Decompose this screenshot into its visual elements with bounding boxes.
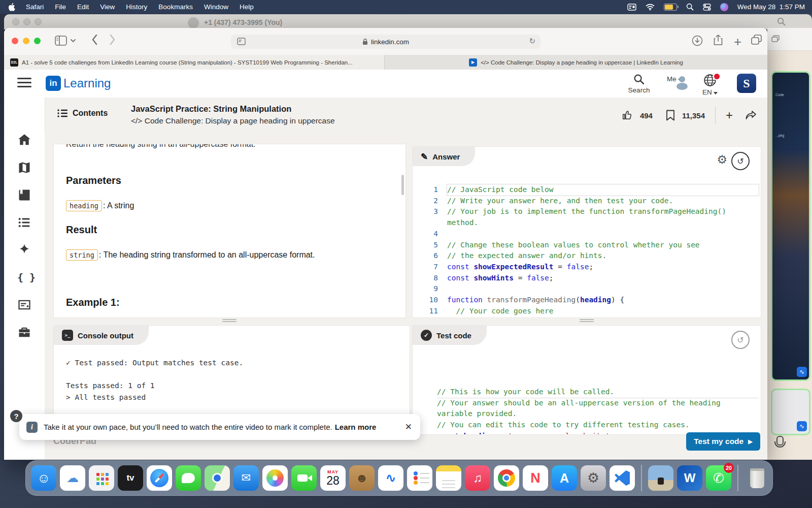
share-icon[interactable] xyxy=(713,34,723,46)
test-code-editor[interactable]: // This is how your code will be called.… xyxy=(437,387,759,435)
bookmark-icon[interactable] xyxy=(666,110,675,121)
background-search-icon xyxy=(777,17,786,26)
course-header: Contents JavaScript Practice: String Man… xyxy=(45,98,767,134)
siri-icon[interactable] xyxy=(720,3,728,11)
linkedin-learning-logo[interactable]: in Learning xyxy=(46,76,111,91)
widgets-icon[interactable] xyxy=(627,4,636,11)
answer-editor-panel[interactable]: ✎ Answer ⚙ ↺ 1// JavaScript code below2/… xyxy=(412,146,761,318)
control-center-icon[interactable] xyxy=(703,4,711,11)
hamburger-menu-icon[interactable] xyxy=(17,78,31,88)
fullscreen-window-button[interactable] xyxy=(34,38,41,44)
menu-item[interactable]: File xyxy=(49,3,72,11)
dock-reminders-icon[interactable] xyxy=(407,465,432,491)
answer-code-editor[interactable]: 1// JavaScript code below2// Write your … xyxy=(413,184,759,316)
like-icon[interactable] xyxy=(622,110,633,121)
dock-messages-icon[interactable] xyxy=(176,465,201,491)
home-icon[interactable] xyxy=(17,133,31,147)
menu-item[interactable]: Edit xyxy=(72,3,94,11)
sheridan-logo[interactable]: S xyxy=(737,74,756,93)
dock-notes-icon[interactable] xyxy=(436,465,461,491)
panel-resize-handle[interactable] xyxy=(222,319,236,323)
new-tab-icon[interactable]: + xyxy=(734,34,741,50)
dock-music-icon[interactable]: ♫ xyxy=(465,465,490,491)
close-icon[interactable]: ✕ xyxy=(405,422,412,432)
help-button[interactable]: ? xyxy=(10,410,22,422)
dock-calendar-icon[interactable]: MAY28 xyxy=(320,465,346,491)
test-code-tab[interactable]: ✓ Test code xyxy=(413,326,487,345)
test-my-code-button[interactable]: Test my code ▶ xyxy=(686,432,760,451)
certificate-icon[interactable] xyxy=(17,298,31,312)
sparkle-icon[interactable] xyxy=(17,243,31,257)
dock-safari-icon[interactable] xyxy=(147,465,172,491)
menu-item[interactable]: Bookmarks xyxy=(153,3,198,11)
dock-app-store-icon[interactable]: A xyxy=(552,465,577,491)
chat-image-thumbnail[interactable]: ∿ xyxy=(771,389,810,435)
apple-menu-icon[interactable] xyxy=(8,3,15,11)
dock-photos-icon[interactable] xyxy=(262,465,288,491)
dock-activity-monitor-icon[interactable]: ☁ xyxy=(60,465,85,491)
learn-more-link[interactable]: Learn more xyxy=(335,423,377,431)
menu-item[interactable]: Help xyxy=(234,3,259,11)
page-settings-icon[interactable] xyxy=(237,38,246,45)
back-button[interactable] xyxy=(91,34,97,45)
microphone-icon[interactable] xyxy=(776,436,784,446)
menu-item[interactable]: View xyxy=(94,3,120,11)
inactive-close-button xyxy=(12,18,19,25)
language-menu[interactable]: EN xyxy=(692,74,728,96)
dock-maps-icon[interactable] xyxy=(205,465,230,491)
dock-facetime-icon[interactable] xyxy=(291,465,317,491)
menu-item[interactable]: Safari xyxy=(20,3,49,11)
close-window-button[interactable] xyxy=(12,38,18,44)
header-search-button[interactable]: Search xyxy=(621,74,657,94)
map-icon[interactable] xyxy=(17,161,31,175)
dock-trash-icon[interactable] xyxy=(745,465,770,491)
dock-system-settings-icon[interactable]: ⚙ xyxy=(581,465,606,491)
menu-item[interactable]: Window xyxy=(198,3,234,11)
dock-news-icon[interactable]: N xyxy=(523,465,548,491)
dock-whatsapp-icon[interactable]: ✆20 xyxy=(706,465,731,491)
chat-image-thumbnail[interactable]: Code ...pkg ∿ xyxy=(771,71,810,381)
spotlight-search-icon[interactable] xyxy=(686,3,694,11)
add-button[interactable]: + xyxy=(726,108,733,122)
address-bar[interactable]: linkedin.com ↻ xyxy=(231,35,540,49)
editor-settings-icon[interactable]: ⚙ xyxy=(717,153,727,167)
me-menu[interactable]: Me xyxy=(657,74,692,83)
book-icon[interactable] xyxy=(17,188,31,202)
panel-resize-handle[interactable] xyxy=(580,319,594,323)
tab-code-challenge[interactable]: ▶ </> Code Challenge: Display a page hea… xyxy=(385,55,767,70)
tab-overview-icon[interactable] xyxy=(751,35,762,45)
minimize-window-button[interactable] xyxy=(23,38,29,44)
scrollbar-thumb[interactable] xyxy=(401,175,404,195)
console-tab[interactable]: >_ Console output xyxy=(54,326,149,345)
forward-button[interactable] xyxy=(110,34,116,45)
dock-mail-icon[interactable]: ✉ xyxy=(233,465,259,491)
dock-downloads-preview-icon[interactable] xyxy=(648,465,673,491)
downloads-icon[interactable] xyxy=(692,35,703,46)
console-tab-label: Console output xyxy=(78,331,133,340)
battery-icon[interactable] xyxy=(664,4,677,11)
tab-d2l-assignment[interactable]: D2L A1 - solve 5 code challenges from Li… xyxy=(4,55,385,70)
sidebar-toggle-icon[interactable] xyxy=(55,36,76,46)
contents-button[interactable]: Contents xyxy=(57,109,108,118)
answer-tab[interactable]: ✎ Answer xyxy=(413,147,475,166)
dock-word-icon[interactable]: W xyxy=(677,465,702,491)
share-arrow-icon[interactable] xyxy=(745,110,757,120)
dock-finder-icon[interactable]: ☺ xyxy=(31,465,56,491)
challenge-description-panel[interactable]: Return the heading string in an all-uppe… xyxy=(53,144,406,318)
dock-vscode-icon[interactable] xyxy=(610,465,635,491)
test-code-panel[interactable]: ✓ Test code ↺ // This is how your code w… xyxy=(412,325,761,435)
dock-launchpad-icon[interactable] xyxy=(89,465,114,491)
code-braces-icon[interactable]: { } xyxy=(17,270,31,284)
dock-chrome-icon[interactable] xyxy=(494,465,519,491)
reset-code-button[interactable]: ↺ xyxy=(731,152,750,170)
background-call-window[interactable]: +1 (437) 473-3995 (You) xyxy=(4,14,812,29)
dock-freeform-icon[interactable]: ∿ xyxy=(378,465,403,491)
reload-icon[interactable]: ↻ xyxy=(529,37,535,46)
dock-contacts-icon[interactable]: ☻ xyxy=(349,465,375,491)
dock-apple-tv-icon[interactable]: tv xyxy=(118,465,143,491)
briefcase-icon[interactable] xyxy=(17,325,31,339)
wifi-icon[interactable] xyxy=(646,4,655,11)
list-icon[interactable] xyxy=(17,215,31,230)
reset-test-code-button[interactable]: ↺ xyxy=(731,331,750,349)
menu-item[interactable]: History xyxy=(120,3,153,11)
